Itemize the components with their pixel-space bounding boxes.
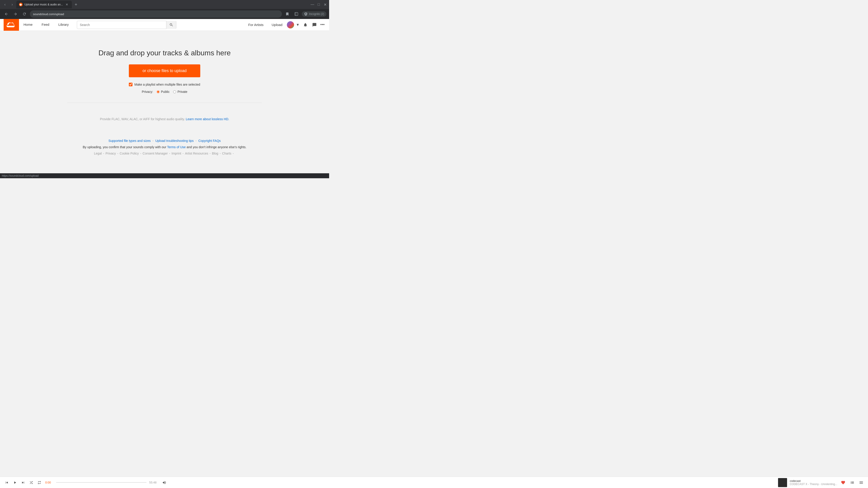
- tab-close-button[interactable]: ✕: [65, 2, 69, 7]
- nav-library[interactable]: Library: [54, 19, 73, 31]
- nav-home[interactable]: Home: [19, 19, 37, 31]
- private-radio[interactable]: [173, 90, 176, 93]
- nav-for-artists[interactable]: For Artists: [245, 19, 267, 31]
- private-label: Private: [178, 90, 187, 94]
- messages-button[interactable]: [310, 21, 318, 29]
- tab-back-arrow[interactable]: ‹: [2, 1, 8, 8]
- footer-cookie-link[interactable]: Cookie Policy: [120, 152, 139, 155]
- incognito-badge[interactable]: Incognito (2): [302, 11, 327, 17]
- copyright-link[interactable]: Copyright FAQs: [198, 139, 221, 142]
- maximize-button[interactable]: □: [316, 2, 321, 7]
- footer-artist-resources-link[interactable]: Artist Resources: [185, 152, 208, 155]
- footer-privacy-link[interactable]: Privacy: [105, 152, 116, 155]
- quality-note-text: Provide FLAC, WAV, ALAC, or AIFF for hig…: [100, 117, 185, 121]
- incognito-label: Incognito (2): [309, 12, 324, 15]
- playlist-checkbox[interactable]: [129, 83, 132, 86]
- soundcloud-logo[interactable]: [4, 19, 19, 31]
- legal-text: By uploading, you confirm that your soun…: [83, 145, 246, 149]
- notifications-button[interactable]: [301, 21, 309, 29]
- privacy-options: Public Private: [157, 90, 187, 94]
- tab-forward-arrow[interactable]: ›: [9, 1, 16, 8]
- minimize-button[interactable]: —: [310, 2, 315, 7]
- public-label: Public: [161, 90, 169, 94]
- privacy-label: Privacy:: [142, 90, 153, 94]
- choose-files-button[interactable]: or choose files to upload: [129, 64, 200, 77]
- public-option[interactable]: Public: [157, 90, 169, 94]
- tab-title: Upload your music & audio an...: [24, 3, 63, 6]
- playlist-checkbox-row: Make a playlist when multiple files are …: [129, 83, 200, 86]
- private-option[interactable]: Private: [173, 90, 187, 94]
- lossless-hd-link[interactable]: Learn more about lossless HD.: [186, 117, 229, 121]
- active-tab[interactable]: Upload your music & audio an... ✕: [16, 1, 72, 8]
- address-bar: soundcloud.com/upload Incognito (2): [0, 9, 329, 19]
- forward-button[interactable]: [12, 10, 19, 18]
- url-text: soundcloud.com/upload: [33, 12, 279, 16]
- footer-links: Supported file types and sizes - Upload …: [108, 139, 221, 142]
- upload-area: Drag and drop your tracks & albums here …: [63, 35, 266, 169]
- quality-note: Provide FLAC, WAV, ALAC, or AIFF for hig…: [100, 117, 229, 121]
- playlist-label[interactable]: Make a playlist when multiple files are …: [134, 83, 200, 86]
- user-avatar[interactable]: [287, 21, 294, 29]
- main-content: Drag and drop your tracks & albums here …: [0, 31, 329, 173]
- drag-drop-title: Drag and drop your tracks & albums here: [98, 49, 230, 57]
- bookmark-button[interactable]: [284, 10, 291, 18]
- legal-text-1: By uploading, you confirm that your soun…: [83, 145, 166, 149]
- public-radio[interactable]: [157, 90, 160, 93]
- nav-upload[interactable]: Upload: [268, 19, 286, 31]
- nav-feed[interactable]: Feed: [37, 19, 54, 31]
- footer-consent-link[interactable]: Consent Manager: [143, 152, 168, 155]
- footer-blog-link[interactable]: Blog: [212, 152, 218, 155]
- tab-favicon: [19, 3, 23, 6]
- footer-imprint-link[interactable]: Imprint: [172, 152, 181, 155]
- troubleshooting-link[interactable]: Upload troubleshooting tips: [155, 139, 194, 142]
- search-input[interactable]: [77, 23, 166, 27]
- terms-link[interactable]: Terms of Use: [167, 145, 186, 149]
- browser-chrome: ‹ › Upload your music & audio an... ✕ + …: [0, 0, 329, 19]
- footer-bottom: Legal - Privacy - Cookie Policy - Consen…: [94, 152, 235, 155]
- privacy-row: Privacy: Public Private: [142, 90, 187, 94]
- url-bar[interactable]: soundcloud.com/upload: [30, 10, 282, 18]
- footer-legal-link[interactable]: Legal: [94, 152, 102, 155]
- avatar-dropdown-button[interactable]: ▼: [295, 23, 301, 27]
- close-button[interactable]: ✕: [323, 2, 327, 7]
- refresh-button[interactable]: [21, 10, 28, 18]
- tab-add-button[interactable]: +: [73, 1, 79, 8]
- back-button[interactable]: [3, 10, 10, 18]
- supported-files-link[interactable]: Supported file types and sizes: [108, 139, 151, 142]
- status-bar: https://soundcloud.com/upload: [0, 173, 329, 178]
- footer-charts-link[interactable]: Charts: [222, 152, 231, 155]
- soundcloud-nav: Home Feed Library For Artists Upload ▼ •…: [0, 19, 329, 31]
- search-button[interactable]: [166, 21, 176, 29]
- svg-rect-0: [295, 12, 298, 15]
- status-url: https://soundcloud.com/upload: [2, 174, 39, 177]
- sidebar-button[interactable]: [293, 10, 300, 18]
- more-options-button[interactable]: •••: [319, 22, 326, 27]
- legal-text-2: and you don't infringe anyone else's rig…: [187, 145, 247, 149]
- tab-bar: ‹ › Upload your music & audio an... ✕ + …: [0, 0, 329, 9]
